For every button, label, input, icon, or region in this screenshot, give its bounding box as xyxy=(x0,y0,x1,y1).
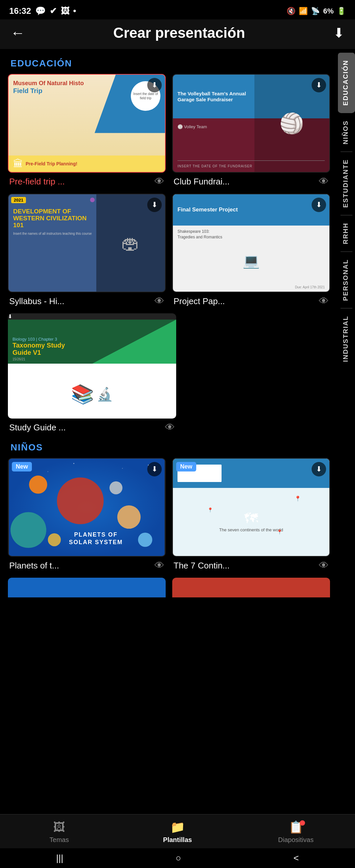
ninos-grid: New ⬇ xyxy=(7,458,331,571)
svg-point-6 xyxy=(57,477,103,524)
download-button-4[interactable]: ⬇ xyxy=(312,197,326,212)
template-card-seven-continents[interactable]: New ⬇ 🗺 The seven continents of the worl… xyxy=(172,458,330,557)
partial-card-1 xyxy=(8,578,166,597)
sidebar-item-ninos[interactable]: NIÑOS xyxy=(338,113,355,152)
template-label-planets: Planets of t... 👁 xyxy=(8,560,166,571)
status-time: 16:32 xyxy=(9,6,31,16)
svg-text:PLANETS OF: PLANETS OF xyxy=(74,531,118,538)
preview-icon-club-fundraiser[interactable]: 👁 xyxy=(319,176,329,187)
battery-icon: 🔋 xyxy=(337,7,346,16)
template-name-syllabus: Syllabus - Hi... xyxy=(9,296,64,306)
temas-label: Temas xyxy=(50,836,69,844)
download-button-1[interactable]: ⬇ xyxy=(147,78,162,92)
template-name-club-fundraiser: Club Fundrai... xyxy=(173,177,230,187)
preview-icon-syllabus[interactable]: 👁 xyxy=(155,296,164,307)
template-item-syllabus: ⬇ 🏟 2021 DEVELOPMENT OF WESTERN CIVILIZA… xyxy=(8,194,166,307)
main-content: EDUCACIÓN ⬇ Museum Of Natural Histo Fiel… xyxy=(0,49,338,637)
status-left: 16:32 💬 ✔ 🖼 • xyxy=(9,6,76,16)
back-button[interactable]: ← xyxy=(10,25,25,41)
download-button-3[interactable]: ⬇ xyxy=(147,197,162,212)
preview-icon-study-guide[interactable]: 👁 xyxy=(165,422,175,433)
template-name-project-paper: Project Pap... xyxy=(173,296,225,306)
template-item-project-paper: ⬇ Final Semester Project Shakespeare 103… xyxy=(172,194,330,307)
download-button-5[interactable]: ⬇ xyxy=(8,313,176,319)
svg-point-2 xyxy=(48,471,48,472)
template-card-study-guide[interactable]: ⬇ Biology 103 | Chapter 3 Taxonomy Study… xyxy=(8,313,176,418)
dot-icon: • xyxy=(73,6,76,16)
svg-point-8 xyxy=(10,512,46,548)
svg-point-14 xyxy=(48,533,61,546)
preview-icon-project-paper[interactable]: 👁 xyxy=(319,296,329,307)
template-label-pre-field-trip: Pre-field trip ... 👁 xyxy=(8,176,166,187)
home-button[interactable]: ○ xyxy=(175,853,181,863)
silent-icon: 🔇 xyxy=(287,7,295,16)
template-card-syllabus[interactable]: ⬇ 🏟 2021 DEVELOPMENT OF WESTERN CIVILIZA… xyxy=(8,194,166,292)
temas-icon: 🖼 xyxy=(53,820,65,834)
plantillas-label: Plantillas xyxy=(163,836,192,844)
educacion-grid: ⬇ Museum Of Natural Histo Field Trip Ins… xyxy=(7,74,331,307)
partial-card-2 xyxy=(172,578,330,597)
download-button-2[interactable]: ⬇ xyxy=(312,78,326,92)
status-right: 🔇 📶 📡 6% 🔋 xyxy=(287,7,346,16)
template-item-study-guide: ⬇ Biology 103 | Chapter 3 Taxonomy Study… xyxy=(8,313,176,433)
sidebar-item-estudiante[interactable]: ESTUDIANTE xyxy=(338,152,355,215)
template-item-planets: New ⬇ xyxy=(8,458,166,571)
template-item-pre-field-trip: ⬇ Museum Of Natural Histo Field Trip Ins… xyxy=(8,74,166,187)
battery-label: 6% xyxy=(323,7,334,16)
svg-text:SOLAR SYSTEM: SOLAR SYSTEM xyxy=(69,539,123,546)
template-card-planets[interactable]: New ⬇ xyxy=(8,458,166,557)
nav-item-plantillas[interactable]: 📁 Plantillas xyxy=(118,820,237,844)
nav-item-diapositivas[interactable]: 📋 Diapositivas xyxy=(237,820,355,844)
sidebar-item-educacion[interactable]: EDUCACIÓN xyxy=(338,53,355,113)
system-bar: ||| ○ < xyxy=(0,848,355,868)
next-row-partial xyxy=(7,578,331,597)
template-card-club-fundraiser[interactable]: ⬇ The Volleyball Team's Annual Garage Sa… xyxy=(172,74,330,173)
page-title: Crear presentación xyxy=(113,25,245,41)
svg-point-4 xyxy=(122,468,123,469)
new-badge-continents: New xyxy=(176,462,196,471)
svg-point-11 xyxy=(138,533,152,547)
page-header: ← Crear presentación ⬇ xyxy=(0,20,355,49)
download-button[interactable]: ⬇ xyxy=(333,25,345,40)
template-card-pre-field-trip[interactable]: ⬇ Museum Of Natural Histo Field Trip Ins… xyxy=(8,74,166,173)
svg-point-10 xyxy=(117,505,141,529)
svg-point-3 xyxy=(73,463,74,464)
template-card-project-paper[interactable]: ⬇ Final Semester Project Shakespeare 103… xyxy=(172,194,330,292)
tasks-icon: ✔ xyxy=(50,6,57,16)
template-name-pre-field-trip: Pre-field trip ... xyxy=(9,177,65,187)
section-header-ninos: NIÑOS xyxy=(7,433,331,458)
nav-item-temas[interactable]: 🖼 Temas xyxy=(0,820,118,844)
template-label-project-paper: Project Pap... 👁 xyxy=(172,296,330,307)
sidebar-item-industrial[interactable]: INDUSTRIAL xyxy=(338,308,355,369)
bottom-navigation: 🖼 Temas 📁 Plantillas 📋 Diapositivas xyxy=(0,814,355,848)
side-navigation: EDUCACIÓN NIÑOS ESTUDIANTE RRHH PERSONAL… xyxy=(338,53,355,369)
template-label-syllabus: Syllabus - Hi... 👁 xyxy=(8,296,166,307)
preview-icon-seven-continents[interactable]: 👁 xyxy=(319,560,329,571)
messenger-icon: 💬 xyxy=(35,6,46,16)
recents-button[interactable]: ||| xyxy=(56,853,63,863)
template-name-planets: Planets of t... xyxy=(9,561,59,571)
status-bar: 16:32 💬 ✔ 🖼 • 🔇 📶 📡 6% 🔋 xyxy=(0,0,355,20)
preview-icon-pre-field-trip[interactable]: 👁 xyxy=(155,176,164,187)
svg-point-12 xyxy=(109,482,122,494)
preview-icon-planets[interactable]: 👁 xyxy=(155,560,164,571)
template-name-study-guide: Study Guide ... xyxy=(9,423,66,433)
photos-icon: 🖼 xyxy=(61,6,69,16)
download-button-6[interactable]: ⬇ xyxy=(147,462,162,476)
wifi-icon: 📶 xyxy=(299,7,308,16)
back-system-button[interactable]: < xyxy=(294,853,299,863)
template-label-club-fundraiser: Club Fundrai... 👁 xyxy=(172,176,330,187)
notification-dot xyxy=(300,820,305,826)
template-item-seven-continents: New ⬇ 🗺 The seven continents of the worl… xyxy=(172,458,330,571)
sidebar-item-personal[interactable]: PERSONAL xyxy=(338,252,355,308)
template-label-study-guide: Study Guide ... 👁 xyxy=(8,422,176,433)
template-item-club-fundraiser: ⬇ The Volleyball Team's Annual Garage Sa… xyxy=(172,74,330,187)
template-name-seven-continents: The 7 Contin... xyxy=(173,561,230,571)
study-guide-row: ⬇ Biology 103 | Chapter 3 Taxonomy Study… xyxy=(7,307,331,433)
sidebar-item-rrhh[interactable]: RRHH xyxy=(338,215,355,251)
signal-icon: 📡 xyxy=(311,7,320,16)
plantillas-icon: 📁 xyxy=(170,820,185,834)
planets-illustration: PLANETS OF SOLAR SYSTEM xyxy=(8,459,165,556)
download-button-7[interactable]: ⬇ xyxy=(312,462,326,476)
new-badge-planets: New xyxy=(12,462,32,471)
